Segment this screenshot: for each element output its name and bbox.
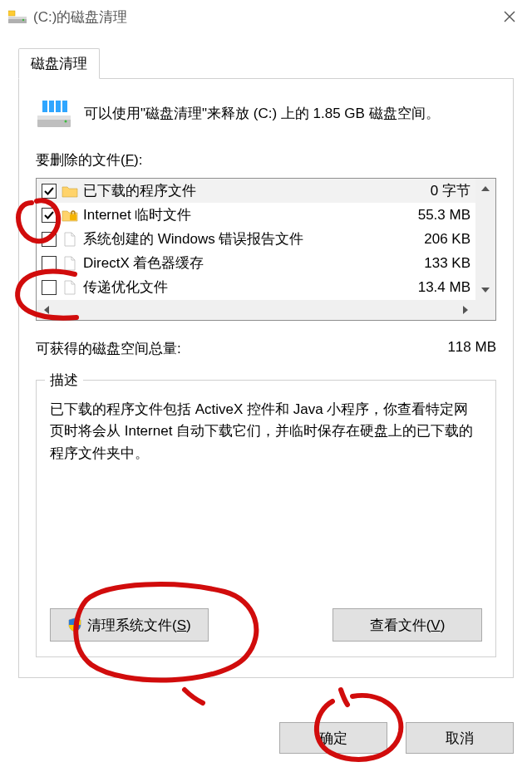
file-checkbox[interactable] (42, 208, 57, 223)
file-name: Internet 临时文件 (83, 205, 411, 224)
file-list-row[interactable]: Internet 临时文件55.3 MB (37, 203, 475, 227)
clean-system-files-button[interactable]: 清理系统文件(S) (50, 608, 209, 642)
description-text: 已下载的程序文件包括 ActiveX 控件和 Java 小程序，你查看特定网页时… (50, 399, 482, 608)
file-list-row[interactable]: DirectX 着色器缓存133 KB (37, 251, 475, 275)
svg-marker-16 (44, 306, 49, 314)
file-checkbox[interactable] (42, 184, 57, 199)
svg-rect-3 (8, 11, 15, 16)
svg-rect-1 (8, 17, 27, 19)
svg-rect-11 (56, 101, 61, 112)
svg-rect-7 (37, 116, 71, 120)
title-bar: (C:)的磁盘清理 (0, 0, 532, 33)
file-name: 传递优化文件 (83, 278, 411, 297)
file-checkbox[interactable] (42, 256, 57, 271)
horizontal-scrollbar[interactable] (37, 300, 475, 320)
close-button[interactable] (490, 0, 529, 33)
svg-point-8 (65, 120, 67, 123)
svg-marker-15 (481, 288, 490, 293)
file-size: 133 KB (417, 255, 470, 272)
file-icon (62, 280, 78, 295)
file-checkbox[interactable] (42, 280, 57, 295)
total-row: 可获得的磁盘空间总量: 118 MB (36, 339, 496, 358)
window-title: (C:)的磁盘清理 (33, 7, 490, 27)
scroll-left-arrow[interactable] (37, 300, 57, 320)
file-list: 已下载的程序文件0 字节Internet 临时文件55.3 MB系统创建的 Wi… (36, 178, 496, 321)
svg-marker-14 (481, 186, 490, 191)
scroll-down-arrow[interactable] (475, 280, 495, 300)
file-size: 206 KB (417, 231, 470, 248)
svg-rect-9 (42, 101, 47, 112)
svg-rect-12 (62, 101, 67, 112)
file-name: 已下载的程序文件 (83, 181, 424, 200)
intro-row: 可以使用"磁盘清理"来释放 (C:) 上的 1.85 GB 磁盘空间。 (36, 99, 496, 129)
file-checkbox[interactable] (42, 232, 57, 247)
lock-icon (62, 208, 78, 223)
svg-rect-10 (49, 101, 54, 112)
file-size: 13.4 MB (411, 279, 470, 296)
file-list-row[interactable]: 已下载的程序文件0 字节 (37, 179, 475, 203)
svg-marker-17 (463, 306, 468, 314)
files-to-delete-label: 要删除的文件(F): (36, 150, 496, 170)
scroll-track[interactable] (475, 199, 495, 280)
scroll-up-arrow[interactable] (475, 179, 495, 199)
tab-strip: 磁盘清理 (18, 48, 514, 79)
svg-point-2 (22, 19, 24, 21)
file-icon (62, 232, 78, 247)
ok-button[interactable]: 确定 (279, 722, 387, 754)
description-legend: 描述 (45, 371, 83, 390)
description-group: 描述 已下载的程序文件包括 ActiveX 控件和 Java 小程序，你查看特定… (36, 380, 496, 657)
total-label: 可获得的磁盘空间总量: (36, 339, 181, 358)
scroll-track[interactable] (57, 300, 456, 320)
file-name: DirectX 着色器缓存 (83, 253, 417, 273)
file-size: 0 字节 (424, 181, 470, 200)
folder-icon (62, 184, 78, 199)
cancel-button[interactable]: 取消 (406, 722, 514, 754)
file-list-row[interactable]: 传递优化文件13.4 MB (37, 275, 475, 299)
tab-page: 可以使用"磁盘清理"来释放 (C:) 上的 1.85 GB 磁盘空间。 要删除的… (18, 78, 514, 678)
dialog-buttons: 确定 取消 (279, 722, 514, 754)
disk-cleanup-icon (36, 99, 72, 129)
vertical-scrollbar[interactable] (475, 179, 495, 300)
file-name: 系统创建的 Windows 错误报告文件 (83, 229, 417, 248)
view-files-button[interactable]: 查看文件(V) (332, 608, 482, 642)
total-value: 118 MB (447, 339, 496, 358)
scroll-right-arrow[interactable] (456, 300, 475, 320)
dialog-content: 磁盘清理 可以使用"磁盘清理"来释放 (C:) 上的 1.85 GB 磁盘空间。… (0, 33, 532, 678)
tab-disk-cleanup[interactable]: 磁盘清理 (18, 48, 100, 79)
drive-icon (8, 10, 27, 23)
file-size: 55.3 MB (411, 207, 470, 224)
intro-text: 可以使用"磁盘清理"来释放 (C:) 上的 1.85 GB 磁盘空间。 (84, 103, 440, 125)
uac-shield-icon (67, 617, 82, 632)
svg-rect-13 (70, 214, 76, 220)
scrollbar-corner (475, 300, 495, 320)
file-icon (62, 256, 78, 271)
file-list-row[interactable]: 系统创建的 Windows 错误报告文件206 KB (37, 227, 475, 251)
